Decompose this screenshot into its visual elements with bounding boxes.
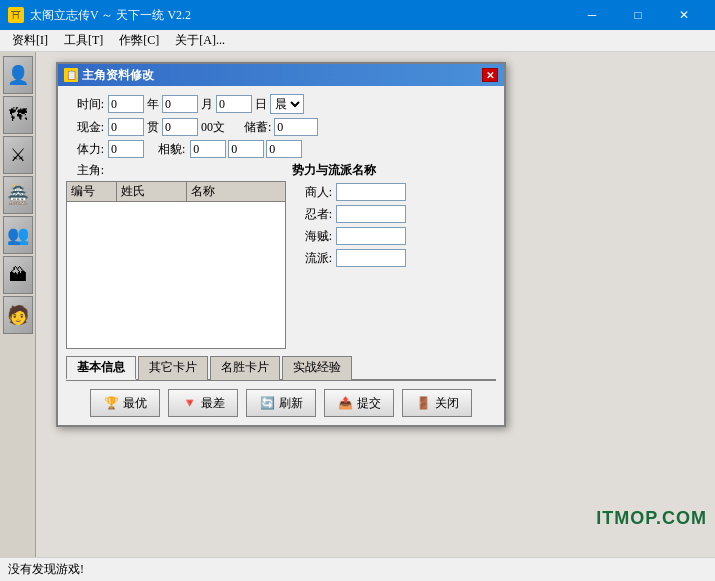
dialog-title-text: 主角资料修改 [82, 67, 482, 84]
stats-title: 势力与流派名称 [292, 162, 496, 179]
sidebar-item-6[interactable]: 🧑 [3, 296, 33, 334]
cash-input[interactable] [108, 118, 144, 136]
status-bar: 没有发现游戏! [0, 557, 715, 581]
content-area: 📋 主角资料修改 ✕ 时间: 年 月 日 晨 午 [36, 52, 715, 557]
dialog-icon: 📋 [64, 68, 78, 82]
time-year-input[interactable] [108, 95, 144, 113]
menu-bar: 资料[I] 工具[T] 作弊[C] 关于[A]... [0, 30, 715, 52]
best-button[interactable]: 🏆 最优 [90, 389, 160, 417]
cash-input2[interactable] [162, 118, 198, 136]
savings-label: 储蓄: [244, 119, 271, 136]
title-bar: ⛩ 太阁立志传V ～ 天下一统 V2.2 ─ □ ✕ [0, 0, 715, 30]
stats-ninja-label: 忍者: [292, 206, 332, 223]
character-table-body[interactable] [66, 201, 286, 349]
stats-merchant-input[interactable] [336, 183, 406, 201]
health-label: 体力: [66, 141, 104, 158]
best-icon: 🏆 [104, 396, 119, 411]
year-unit: 年 [147, 96, 159, 113]
maximize-button[interactable]: □ [615, 0, 661, 30]
health-input[interactable] [108, 140, 144, 158]
time-day-input[interactable] [216, 95, 252, 113]
sidebar-item-4[interactable]: 👥 [3, 216, 33, 254]
refresh-button[interactable]: 🔄 刷新 [246, 389, 316, 417]
appearance-input3[interactable] [266, 140, 302, 158]
close-label: 关闭 [435, 395, 459, 412]
table-col-name: 名称 [187, 182, 285, 201]
refresh-icon: 🔄 [260, 396, 275, 411]
dialog-body: 时间: 年 月 日 晨 午 暮 夜 现金: [58, 86, 504, 425]
sidebar-item-3[interactable]: 🏯 [3, 176, 33, 214]
minimize-button[interactable]: ─ [569, 0, 615, 30]
health-row: 体力: 相貌: [66, 140, 496, 158]
table-col-surname: 姓氏 [117, 182, 187, 201]
worst-label: 最差 [201, 395, 225, 412]
time-period-select[interactable]: 晨 午 暮 夜 [270, 94, 304, 114]
submit-label: 提交 [357, 395, 381, 412]
menu-cheat[interactable]: 作弊[C] [111, 30, 167, 51]
character-label: 主角: [66, 162, 104, 179]
time-row: 时间: 年 月 日 晨 午 暮 夜 [66, 94, 496, 114]
table-header: 编号 姓氏 名称 [66, 181, 286, 201]
status-text: 没有发现游戏! [8, 561, 84, 578]
table-col-id: 编号 [67, 182, 117, 201]
dialog-close-button[interactable]: ✕ [482, 68, 498, 82]
close-icon: 🚪 [416, 396, 431, 411]
tab-landmark-cards[interactable]: 名胜卡片 [210, 356, 280, 380]
stats-school-label: 流派: [292, 250, 332, 267]
window-controls: ─ □ ✕ [569, 0, 707, 30]
menu-about[interactable]: 关于[A]... [167, 30, 233, 51]
time-label: 时间: [66, 96, 104, 113]
time-month-input[interactable] [162, 95, 198, 113]
stats-panel: 势力与流派名称 商人: 忍者: 海贼: [292, 162, 496, 349]
tab-combat-exp[interactable]: 实战经验 [282, 356, 352, 380]
sidebar: 👤 🗺 ⚔ 🏯 👥 🏔 🧑 [0, 52, 36, 557]
table-label-row: 主角: [66, 162, 286, 179]
tabs-row: 基本信息 其它卡片 名胜卡片 实战经验 [66, 355, 496, 381]
main-dialog: 📋 主角资料修改 ✕ 时间: 年 月 日 晨 午 [56, 62, 506, 427]
month-unit: 月 [201, 96, 213, 113]
refresh-label: 刷新 [279, 395, 303, 412]
stats-pirate-label: 海贼: [292, 228, 332, 245]
buttons-row: 🏆 最优 🔻 最差 🔄 刷新 📤 提交 [66, 389, 496, 417]
stats-school-input[interactable] [336, 249, 406, 267]
stats-pirate-input[interactable] [336, 227, 406, 245]
stats-school-row: 流派: [292, 249, 496, 267]
stats-merchant-row: 商人: [292, 183, 496, 201]
dialog-title-bar: 📋 主角资料修改 ✕ [58, 64, 504, 86]
worst-button[interactable]: 🔻 最差 [168, 389, 238, 417]
main-area: 👤 🗺 ⚔ 🏯 👥 🏔 🧑 📋 主角资料修改 ✕ 时间: 年 [0, 52, 715, 557]
savings-input[interactable] [274, 118, 318, 136]
middle-section: 主角: 编号 姓氏 名称 势力与流派名称 商人: [66, 162, 496, 349]
sidebar-item-5[interactable]: 🏔 [3, 256, 33, 294]
tab-other-cards[interactable]: 其它卡片 [138, 356, 208, 380]
day-unit: 日 [255, 96, 267, 113]
cash-unit1: 贯 [147, 119, 159, 136]
close-window-button[interactable]: ✕ [661, 0, 707, 30]
worst-icon: 🔻 [182, 396, 197, 411]
stats-merchant-label: 商人: [292, 184, 332, 201]
best-label: 最优 [123, 395, 147, 412]
sidebar-item-0[interactable]: 👤 [3, 56, 33, 94]
stats-pirate-row: 海贼: [292, 227, 496, 245]
appearance-label: 相貌: [158, 141, 185, 158]
app-icon: ⛩ [8, 7, 24, 23]
cash-label: 现金: [66, 119, 104, 136]
tab-basic-info[interactable]: 基本信息 [66, 356, 136, 380]
close-dialog-button[interactable]: 🚪 关闭 [402, 389, 472, 417]
sidebar-item-2[interactable]: ⚔ [3, 136, 33, 174]
watermark: ITMOP.COM [596, 508, 707, 529]
appearance-input1[interactable] [190, 140, 226, 158]
stats-ninja-input[interactable] [336, 205, 406, 223]
cash-row: 现金: 贯 00文 储蓄: [66, 118, 496, 136]
character-table-panel: 主角: 编号 姓氏 名称 [66, 162, 286, 349]
cash-unit2: 00文 [201, 119, 225, 136]
appearance-input2[interactable] [228, 140, 264, 158]
sidebar-item-1[interactable]: 🗺 [3, 96, 33, 134]
menu-data[interactable]: 资料[I] [4, 30, 56, 51]
menu-tools[interactable]: 工具[T] [56, 30, 111, 51]
submit-icon: 📤 [338, 396, 353, 411]
submit-button[interactable]: 📤 提交 [324, 389, 394, 417]
window-title: 太阁立志传V ～ 天下一统 V2.2 [30, 7, 569, 24]
stats-ninja-row: 忍者: [292, 205, 496, 223]
